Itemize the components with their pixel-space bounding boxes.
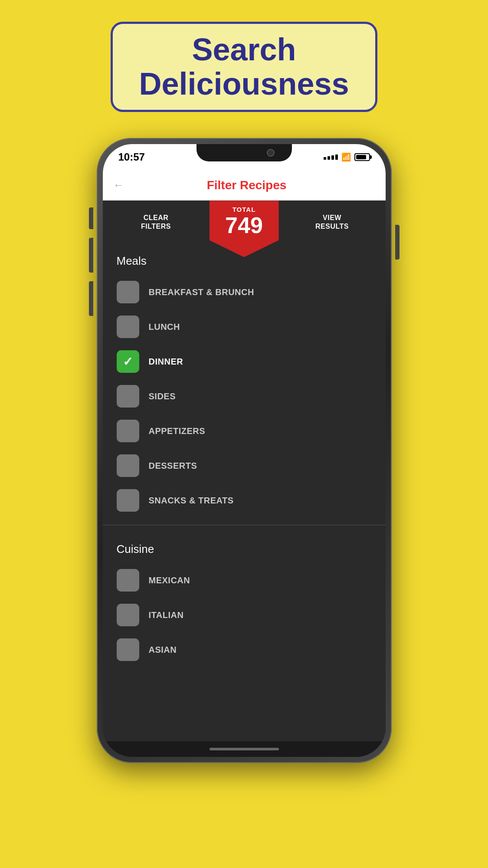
- lunch-label: LUNCH: [149, 322, 180, 332]
- list-item[interactable]: MEXICAN: [111, 563, 377, 598]
- mexican-label: MEXICAN: [149, 575, 190, 585]
- snacks-checkbox[interactable]: [117, 489, 139, 512]
- breakfast-label: BREAKFAST & BRUNCH: [149, 287, 254, 297]
- nav-title: Filter Recipes: [131, 178, 362, 192]
- volume-up-button: [89, 238, 93, 273]
- camera-icon: [267, 149, 275, 157]
- status-icons: 📶: [324, 152, 370, 162]
- mute-button: [89, 207, 93, 229]
- power-button: [395, 225, 400, 260]
- list-item[interactable]: DESSERTS: [111, 448, 377, 483]
- status-time: 10:57: [118, 151, 145, 163]
- content-area: Meals BREAKFAST & BRUNCH LUNCH ✓ DINNER: [103, 244, 386, 741]
- sides-checkbox[interactable]: [117, 385, 139, 408]
- list-item[interactable]: BREAKFAST & BRUNCH: [111, 275, 377, 309]
- signal-icon: [324, 155, 338, 160]
- list-item[interactable]: LUNCH: [111, 309, 377, 344]
- total-label: TOTAL: [233, 206, 256, 213]
- dinner-checkbox[interactable]: ✓: [117, 350, 139, 373]
- phone-screen: 10:57 📶 ← Filter Recipes: [103, 144, 386, 757]
- sides-label: SIDES: [149, 391, 176, 401]
- section-divider: [103, 525, 386, 525]
- appetizers-label: APPETIZERS: [149, 426, 206, 436]
- nav-bar: ← Filter Recipes: [103, 170, 386, 201]
- asian-checkbox[interactable]: [117, 638, 139, 661]
- desserts-label: DESSERTS: [149, 461, 197, 471]
- title-text: Search Deliciousness: [139, 33, 349, 101]
- home-bar: [210, 748, 279, 750]
- notch: [197, 144, 292, 161]
- title-card: Search Deliciousness: [111, 22, 377, 112]
- phone-frame: 10:57 📶 ← Filter Recipes: [97, 138, 392, 763]
- view-results-button[interactable]: VIEW RESULTS: [279, 201, 386, 244]
- snacks-label: SNACKS & TREATS: [149, 496, 234, 506]
- battery-icon: [354, 153, 370, 161]
- meals-filter-list: BREAKFAST & BRUNCH LUNCH ✓ DINNER SIDES: [103, 275, 386, 518]
- list-item[interactable]: SNACKS & TREATS: [111, 483, 377, 518]
- list-item[interactable]: APPETIZERS: [111, 414, 377, 448]
- filter-bar: CLEAR FILTERS TOTAL 749 VIEW RESULTS: [103, 201, 386, 244]
- home-indicator: [103, 741, 386, 757]
- asian-label: ASIAN: [149, 645, 177, 655]
- list-item[interactable]: ✓ DINNER: [111, 344, 377, 379]
- desserts-checkbox[interactable]: [117, 454, 139, 477]
- appetizers-checkbox[interactable]: [117, 420, 139, 442]
- lunch-checkbox[interactable]: [117, 316, 139, 338]
- list-item[interactable]: SIDES: [111, 379, 377, 414]
- volume-down-button: [89, 281, 93, 316]
- list-item[interactable]: ASIAN: [111, 632, 377, 667]
- total-number: 749: [225, 213, 263, 238]
- mexican-checkbox[interactable]: [117, 569, 139, 592]
- status-bar: 10:57 📶: [103, 144, 386, 170]
- clear-filters-button[interactable]: CLEAR FILTERS: [103, 201, 210, 244]
- total-badge: TOTAL 749: [210, 201, 279, 244]
- cuisine-section-header: Cuisine: [103, 532, 386, 563]
- breakfast-checkbox[interactable]: [117, 281, 139, 303]
- list-item[interactable]: ITALIAN: [111, 598, 377, 632]
- italian-label: ITALIAN: [149, 610, 184, 620]
- wifi-icon: 📶: [341, 152, 351, 162]
- checkmark-icon: ✓: [123, 355, 133, 369]
- back-button[interactable]: ←: [113, 178, 124, 192]
- italian-checkbox[interactable]: [117, 604, 139, 626]
- cuisine-filter-list: MEXICAN ITALIAN ASIAN: [103, 563, 386, 667]
- dinner-label: DINNER: [149, 357, 183, 367]
